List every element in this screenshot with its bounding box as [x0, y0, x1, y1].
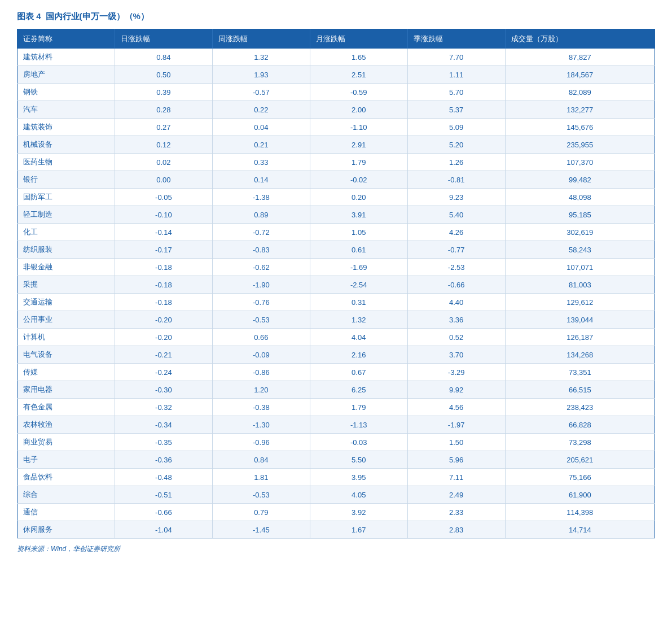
table-cell-2-1: 0.39 — [115, 84, 212, 101]
table-cell-19-0: 家用电器 — [17, 381, 115, 399]
table-cell-14-0: 交通运输 — [17, 294, 115, 311]
table-cell-11-0: 纺织服装 — [17, 241, 115, 259]
table-cell-13-2: -1.90 — [212, 276, 310, 294]
table-cell-5-4: 5.20 — [407, 136, 505, 154]
table-cell-22-0: 商业贸易 — [17, 434, 115, 451]
table-cell-26-1: -0.66 — [115, 504, 212, 521]
table-row: 轻工制造-0.100.893.915.4095,185 — [17, 206, 655, 224]
table-cell-16-2: 0.66 — [212, 329, 310, 346]
table-cell-13-5: 81,003 — [505, 276, 655, 294]
table-cell-14-2: -0.76 — [212, 294, 310, 311]
table-cell-16-4: 0.52 — [407, 329, 505, 346]
table-cell-25-3: 4.05 — [310, 486, 407, 504]
header-cell-3: 月涨跌幅 — [310, 29, 407, 49]
table-cell-19-2: 1.20 — [212, 381, 310, 399]
table-cell-23-5: 205,621 — [505, 451, 655, 469]
chart-title-text: 国内行业(申万一级）（%） — [46, 11, 149, 22]
table-row: 汽车0.280.222.005.37132,277 — [17, 101, 655, 119]
table-cell-3-0: 汽车 — [17, 101, 115, 119]
table-cell-18-0: 传媒 — [17, 364, 115, 381]
table-row: 计算机-0.200.664.040.52126,187 — [17, 329, 655, 346]
header-cell-0: 证券简称 — [17, 29, 115, 49]
chart-title: 图表 4 国内行业(申万一级）（%） — [17, 11, 655, 22]
table-row: 电气设备-0.21-0.092.163.70134,268 — [17, 346, 655, 364]
table-cell-17-1: -0.21 — [115, 346, 212, 364]
table-cell-13-3: -2.54 — [310, 276, 407, 294]
table-cell-23-0: 电子 — [17, 451, 115, 469]
table-cell-14-4: 4.40 — [407, 294, 505, 311]
table-cell-11-4: -0.77 — [407, 241, 505, 259]
table-cell-0-0: 建筑材料 — [17, 49, 115, 66]
table-cell-2-3: -0.59 — [310, 84, 407, 101]
table-row: 纺织服装-0.17-0.830.61-0.7758,243 — [17, 241, 655, 259]
table-cell-7-1: 0.00 — [115, 171, 212, 189]
table-row: 非银金融-0.18-0.62-1.69-2.53107,071 — [17, 259, 655, 276]
table-cell-20-4: 4.56 — [407, 399, 505, 416]
table-cell-24-3: 3.95 — [310, 469, 407, 486]
table-cell-21-1: -0.34 — [115, 416, 212, 434]
table-cell-3-2: 0.22 — [212, 101, 310, 119]
table-cell-12-3: -1.69 — [310, 259, 407, 276]
table-cell-13-4: -0.66 — [407, 276, 505, 294]
table-cell-5-2: 0.21 — [212, 136, 310, 154]
table-cell-16-3: 4.04 — [310, 329, 407, 346]
table-cell-23-4: 5.96 — [407, 451, 505, 469]
table-cell-23-3: 5.50 — [310, 451, 407, 469]
table-cell-3-1: 0.28 — [115, 101, 212, 119]
table-row: 有色金属-0.32-0.381.794.56238,423 — [17, 399, 655, 416]
table-cell-11-5: 58,243 — [505, 241, 655, 259]
table-header: 证券简称日涨跌幅周涨跌幅月涨跌幅季涨跌幅成交量（万股） — [17, 29, 655, 49]
table-cell-9-4: 5.40 — [407, 206, 505, 224]
table-cell-14-5: 129,612 — [505, 294, 655, 311]
footnote: 资料来源：Wind，华创证券研究所 — [17, 544, 655, 554]
table-cell-23-2: 0.84 — [212, 451, 310, 469]
table-cell-2-2: -0.57 — [212, 84, 310, 101]
table-cell-24-4: 7.11 — [407, 469, 505, 486]
table-cell-4-5: 145,676 — [505, 119, 655, 136]
table-row: 化工-0.14-0.721.054.26302,619 — [17, 224, 655, 241]
table-cell-4-2: 0.04 — [212, 119, 310, 136]
header-cell-4: 季涨跌幅 — [407, 29, 505, 49]
table-cell-4-1: 0.27 — [115, 119, 212, 136]
table-cell-1-1: 0.50 — [115, 66, 212, 84]
table-cell-25-4: 2.49 — [407, 486, 505, 504]
table-cell-4-3: -1.10 — [310, 119, 407, 136]
table-cell-20-2: -0.38 — [212, 399, 310, 416]
table-cell-18-4: -3.29 — [407, 364, 505, 381]
table-cell-12-2: -0.62 — [212, 259, 310, 276]
table-cell-19-1: -0.30 — [115, 381, 212, 399]
table-cell-22-2: -0.96 — [212, 434, 310, 451]
table-cell-24-0: 食品饮料 — [17, 469, 115, 486]
table-cell-12-5: 107,071 — [505, 259, 655, 276]
table-cell-18-2: -0.86 — [212, 364, 310, 381]
table-cell-5-5: 235,955 — [505, 136, 655, 154]
table-body: 建筑材料0.841.321.657.7087,827房地产0.501.932.5… — [17, 49, 655, 539]
table-cell-4-4: 5.09 — [407, 119, 505, 136]
table-row: 建筑装饰0.270.04-1.105.09145,676 — [17, 119, 655, 136]
table-row: 公用事业-0.20-0.531.323.36139,044 — [17, 311, 655, 329]
table-cell-11-2: -0.83 — [212, 241, 310, 259]
table-cell-26-0: 通信 — [17, 504, 115, 521]
table-cell-12-0: 非银金融 — [17, 259, 115, 276]
table-cell-17-0: 电气设备 — [17, 346, 115, 364]
data-table: 证券简称日涨跌幅周涨跌幅月涨跌幅季涨跌幅成交量（万股） 建筑材料0.841.32… — [17, 29, 655, 539]
table-cell-27-4: 2.83 — [407, 521, 505, 539]
table-row: 家用电器-0.301.206.259.9266,515 — [17, 381, 655, 399]
table-cell-6-2: 0.33 — [212, 154, 310, 171]
table-cell-21-5: 66,828 — [505, 416, 655, 434]
table-row: 房地产0.501.932.511.11184,567 — [17, 66, 655, 84]
table-row: 医药生物0.020.331.791.26107,370 — [17, 154, 655, 171]
table-cell-15-2: -0.53 — [212, 311, 310, 329]
table-row: 农林牧渔-0.34-1.30-1.13-1.9766,828 — [17, 416, 655, 434]
table-cell-7-4: -0.81 — [407, 171, 505, 189]
table-row: 传媒-0.24-0.860.67-3.2973,351 — [17, 364, 655, 381]
table-row: 国防军工-0.05-1.380.209.2348,098 — [17, 189, 655, 206]
table-cell-9-5: 95,185 — [505, 206, 655, 224]
table-cell-22-5: 73,298 — [505, 434, 655, 451]
table-cell-21-3: -1.13 — [310, 416, 407, 434]
table-cell-0-1: 0.84 — [115, 49, 212, 66]
table-cell-1-5: 184,567 — [505, 66, 655, 84]
table-cell-16-1: -0.20 — [115, 329, 212, 346]
table-cell-5-1: 0.12 — [115, 136, 212, 154]
table-cell-9-3: 3.91 — [310, 206, 407, 224]
